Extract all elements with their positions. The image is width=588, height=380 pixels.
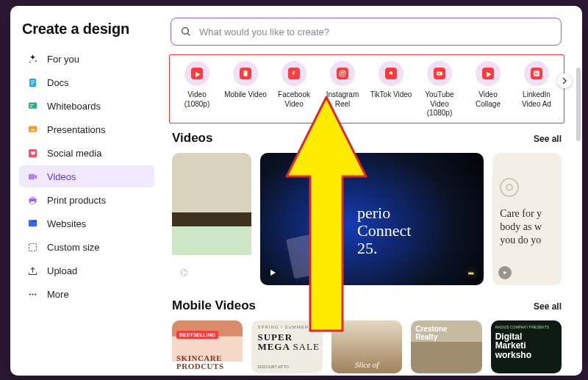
section-title-videos: Videos <box>172 131 212 146</box>
category-icon: in <box>531 68 542 79</box>
sidebar-item-social-media[interactable]: Social media <box>19 142 154 164</box>
sidebar-item-upload[interactable]: Upload <box>19 259 154 282</box>
category-icon <box>337 68 348 79</box>
sidebar-item-videos[interactable]: Videos <box>19 165 154 187</box>
svg-rect-8 <box>29 106 32 107</box>
search-input[interactable] <box>199 26 552 37</box>
category-youtube-video-1080p-[interactable]: YouTube Video (1080p) <box>417 61 462 118</box>
category-video-collage[interactable]: Video Collage <box>465 61 511 118</box>
whiteboard-icon <box>26 100 38 112</box>
main-content: Video (1080p)Mobile VideoFacebook VideoI… <box>163 6 582 376</box>
category-mobile-video[interactable]: Mobile Video <box>223 61 268 118</box>
category-icon-circle <box>184 61 209 86</box>
custom-icon <box>26 241 38 253</box>
heart-icon <box>26 147 38 159</box>
svg-point-22 <box>35 293 36 295</box>
section-videos: Videos See all perio Connect 25. <box>172 131 562 285</box>
card-text: Slice of <box>355 360 379 369</box>
svg-rect-11 <box>28 173 34 179</box>
decorative-icon <box>500 178 519 197</box>
category-label: Mobile Video <box>224 90 267 100</box>
svg-rect-5 <box>31 84 33 85</box>
sidebar-item-label: Presentations <box>47 124 106 135</box>
svg-line-24 <box>187 33 190 35</box>
video-template-card[interactable]: perio Connect 25. <box>260 153 484 285</box>
category-icon <box>434 68 445 79</box>
sidebar-item-label: Websites <box>47 218 86 229</box>
mobile-template-card[interactable]: Slice of <box>331 320 402 373</box>
category-label: Video Collage <box>465 90 511 109</box>
section-mobile-videos: Mobile Videos See all BESTSELLING SKINCA… <box>172 298 562 373</box>
create-design-panel: Create a design For youDocsWhiteboardsPr… <box>10 6 582 376</box>
svg-point-17 <box>29 221 30 221</box>
category-icon-circle <box>330 61 355 86</box>
play-icon <box>178 266 191 279</box>
svg-point-0 <box>35 60 37 62</box>
category-icon <box>288 68 300 79</box>
category-icon-circle <box>476 61 501 86</box>
sidebar-item-presentations[interactable]: Presentations <box>19 118 154 140</box>
category-label: Instagram Reel <box>320 90 365 109</box>
sidebar-item-label: Custom size <box>47 242 100 253</box>
sidebar-item-label: Videos <box>47 171 76 182</box>
scrollbar-track[interactable] <box>576 16 581 369</box>
doc-icon <box>26 76 38 88</box>
video-template-card[interactable]: Care for y body as w you do yo <box>492 153 562 285</box>
card-text: SKINCARE PRODCUTS <box>176 354 243 370</box>
card-text: DigitalMarketiworksho <box>495 332 531 360</box>
svg-point-20 <box>29 293 30 295</box>
svg-rect-6 <box>28 102 36 108</box>
mobile-template-card[interactable]: CrestoneRealty <box>411 320 481 373</box>
card-text: DISCOUNT UP TO <box>257 365 288 369</box>
svg-rect-25 <box>244 71 248 76</box>
sparkles-icon <box>26 53 38 65</box>
more-icon <box>26 288 38 300</box>
print-icon <box>26 194 38 206</box>
hero-text: perio Connect 25. <box>357 204 411 258</box>
scrollbar-thumb[interactable] <box>576 68 581 141</box>
video-icon <box>26 171 38 182</box>
sidebar-item-docs[interactable]: Docs <box>19 71 154 93</box>
category-icon-circle <box>427 61 452 86</box>
category-label: Facebook Video <box>271 90 317 109</box>
section-title-mobile: Mobile Videos <box>172 298 256 313</box>
category-scroll-right-button[interactable] <box>557 74 572 88</box>
category-video-1080p-[interactable]: Video (1080p) <box>174 61 220 118</box>
svg-point-23 <box>182 28 189 35</box>
category-icon-circle <box>379 61 404 86</box>
see-all-mobile[interactable]: See all <box>534 301 562 312</box>
present-icon <box>26 123 38 135</box>
sidebar-item-custom-size[interactable]: Custom size <box>19 236 154 258</box>
web-icon <box>26 218 38 229</box>
mobile-template-card[interactable]: RADIUS COMPANY PRESENTS DigitalMarketiwo… <box>491 320 562 373</box>
bestselling-badge: BESTSELLING <box>176 331 218 339</box>
svg-rect-7 <box>29 104 33 105</box>
upload-icon <box>26 265 38 276</box>
category-linkedin-video-ad[interactable]: inLinkedIn Video Ad <box>514 61 559 118</box>
category-instagram-reel[interactable]: Instagram Reel <box>320 61 365 118</box>
category-label: LinkedIn Video Ad <box>514 90 559 109</box>
card-text: SUPERMEGA SALE <box>257 332 319 351</box>
search-bar[interactable] <box>171 18 562 46</box>
category-row-container: Video (1080p)Mobile VideoFacebook VideoI… <box>169 54 564 123</box>
mobile-template-card[interactable]: SPRING / SUMMER SUPERMEGA SALE DISCOUNT … <box>251 320 322 373</box>
sidebar-item-websites[interactable]: Websites <box>19 212 154 234</box>
mobile-template-card[interactable]: BESTSELLING SKINCARE PRODCUTS <box>172 320 243 373</box>
svg-rect-14 <box>30 201 35 204</box>
sidebar-item-label: Print products <box>47 195 106 206</box>
svg-point-27 <box>341 72 344 75</box>
sidebar-nav: For youDocsWhiteboardsPresentationsSocia… <box>19 48 154 305</box>
category-label: TikTok Video <box>370 90 412 100</box>
svg-rect-19 <box>29 243 36 251</box>
card-text: RADIUS COMPANY PRESENTS <box>495 325 549 329</box>
sidebar-item-print-products[interactable]: Print products <box>19 189 154 211</box>
category-highlight-box: Video (1080p)Mobile VideoFacebook VideoI… <box>169 54 564 123</box>
sidebar-item-whiteboards[interactable]: Whiteboards <box>19 95 154 117</box>
category-facebook-video[interactable]: Facebook Video <box>271 61 317 118</box>
category-icon <box>240 68 251 79</box>
video-template-card[interactable] <box>172 153 251 285</box>
sidebar-item-for-you[interactable]: For you <box>19 48 154 70</box>
category-tiktok-video[interactable]: TikTok Video <box>368 61 414 118</box>
sidebar-item-more[interactable]: More <box>19 283 154 305</box>
see-all-videos[interactable]: See all <box>534 134 562 144</box>
